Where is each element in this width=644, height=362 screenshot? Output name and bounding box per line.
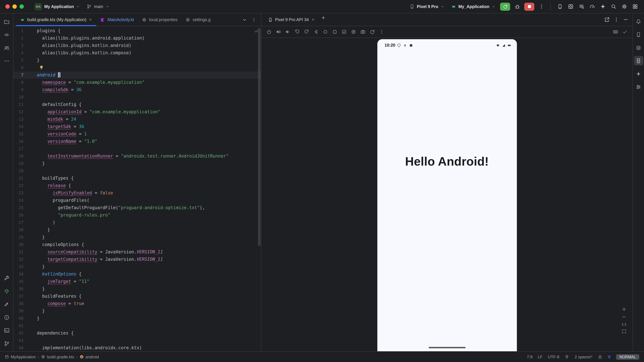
code-line-12[interactable]: 12 applicationId = "com.example.myapplic… [14,108,261,116]
line-number[interactable]: 10 [14,93,24,101]
code-line-39[interactable]: 39 } [14,307,261,315]
zoom-in-button[interactable] [622,307,626,312]
line-separator-widget[interactable]: LF [538,355,542,359]
indentation-widget[interactable]: 2 spaces* [575,355,592,359]
line-number[interactable]: 21 [14,175,24,182]
screenshot-button[interactable] [340,27,348,36]
code-line-7[interactable]: 7android { [14,71,261,79]
line-number[interactable]: 20 [14,167,24,175]
code-line-9[interactable]: 9 compileSdk = 36 [14,86,261,93]
project-button[interactable] [2,17,12,27]
zoom-out-button[interactable] [622,314,626,320]
line-number[interactable]: 4 [14,49,24,57]
code-line-5[interactable]: 5} [14,57,261,64]
editor-tab-settings-g[interactable]: settings.g [182,13,214,26]
settings-button[interactable] [620,2,628,11]
build-button[interactable] [2,299,12,309]
version-control-button[interactable] [2,339,12,349]
vim-mode-widget[interactable]: NORMAL [616,354,639,360]
logcat-button[interactable] [577,2,586,11]
add-device-tab-button[interactable] [319,13,328,22]
rerun-button[interactable] [500,2,510,10]
run-options-button[interactable] [537,2,546,11]
code-line-30[interactable]: 30 compileOptions { [14,241,261,248]
emulator-screen[interactable]: 10:20 Hello Android! [377,39,517,351]
line-number[interactable]: 2 [14,34,24,42]
resource-manager-button[interactable] [634,43,643,52]
breadcrumb-myapplication[interactable]: MyApplication [5,355,36,359]
volume-down-button[interactable] [284,27,292,36]
line-number[interactable]: 24 [14,197,24,204]
gemini-button[interactable] [598,2,607,11]
project-widget[interactable]: MA My Application [32,1,82,11]
running-devices-button[interactable] [634,56,643,65]
read-lock-icon[interactable] [598,355,602,359]
line-number[interactable]: 36 [14,285,24,293]
line-number[interactable]: 28 [14,226,24,234]
power-button[interactable] [265,27,273,36]
line-number[interactable]: 1 [14,27,24,34]
line-number[interactable]: 44 [14,344,24,351]
line-number[interactable]: 25 [14,204,24,212]
code-line-44[interactable]: 44 implementation(libs.androidx.core.ktx… [14,344,261,351]
line-number[interactable]: 19 [14,160,24,167]
close-window-button[interactable] [5,4,10,9]
line-number[interactable]: 30 [14,241,24,248]
line-number[interactable]: 40 [14,315,24,322]
code-line-36[interactable]: 36 } [14,285,261,293]
code-line-15[interactable]: 15 versionCode = 1 [14,130,261,138]
code-line-24[interactable]: 24 proguardFiles( [14,197,261,204]
stop-button[interactable] [524,2,534,10]
code-line-10[interactable]: 10 [14,93,261,101]
line-number[interactable]: 31 [14,248,24,256]
code-line-1[interactable]: 1plugins { [14,27,261,34]
caret-position-widget[interactable]: 7:9 [527,355,532,359]
line-number[interactable]: 11 [14,101,24,108]
code-line-23[interactable]: 23 isMinifyEnabled = false [14,189,261,197]
branch-widget[interactable]: main [85,3,111,10]
device-selector[interactable]: Pixel 9 Pro [407,3,446,10]
line-number[interactable]: 38 [14,300,24,307]
close-tab-icon[interactable] [311,18,315,21]
commit-button[interactable] [2,30,12,40]
hide-panel-button[interactable] [621,15,630,24]
line-number[interactable]: 3 [14,42,24,49]
line-number[interactable]: 14 [14,123,24,130]
file-encoding-widget[interactable]: UTF-8 [548,355,559,359]
code-editor[interactable]: 1plugins {2 alias(libs.plugins.android.a… [14,26,261,351]
open-in-window-button[interactable] [602,15,611,24]
layout-inspector-button[interactable] [566,2,575,11]
code-line-18[interactable]: 18 testInstrumentationRunner = "androidx… [14,152,261,160]
gesture-navigation-bar[interactable] [428,347,466,348]
minimize-window-button[interactable] [12,4,17,9]
problems-button[interactable] [2,312,12,323]
editor-tab-mainactivity-kt[interactable]: MainActivity.kt [96,13,138,26]
pull-requests-button[interactable] [2,43,12,53]
line-number[interactable]: 6 [14,64,24,71]
recents-button[interactable] [330,27,339,36]
tab-pixel-9-pro-api-34[interactable]: Pixel 9 Pro API 34 [264,13,319,26]
breadcrumb-android[interactable]: aandroid [80,355,99,359]
screen-record-button[interactable] [349,27,358,36]
editor-tab-local-properties[interactable]: local.properties [138,13,182,26]
code-line-11[interactable]: 11 defaultConfig { [14,101,261,108]
code-line-28[interactable]: 28 } [14,226,261,234]
line-number[interactable]: 12 [14,108,24,116]
more-tools-button[interactable] [630,2,639,11]
app-quality-insights-button[interactable] [2,286,12,296]
editor-tab-build-gradle-kts-my-application[interactable]: build.gradle.kts (My Application) [16,13,96,26]
search-everywhere-button[interactable] [609,2,618,11]
debug-button[interactable] [513,2,522,11]
code-line-4[interactable]: 4 alias(libs.plugins.kotlin.compose) [14,49,261,57]
code-line-34[interactable]: 34 kotlinOptions { [14,271,261,278]
code-line-38[interactable]: 38 compose = true [14,300,261,307]
line-number[interactable]: 39 [14,307,24,315]
rotate-left-button[interactable] [293,27,302,36]
code-line-41[interactable]: 41 [14,322,261,330]
line-number[interactable]: 18 [14,152,24,160]
more-actions-button[interactable] [377,27,386,36]
terminal-button[interactable] [2,326,12,336]
line-number[interactable]: 5 [14,57,24,64]
line-number[interactable]: 41 [14,322,24,330]
more-tool-windows-button[interactable] [2,56,12,66]
